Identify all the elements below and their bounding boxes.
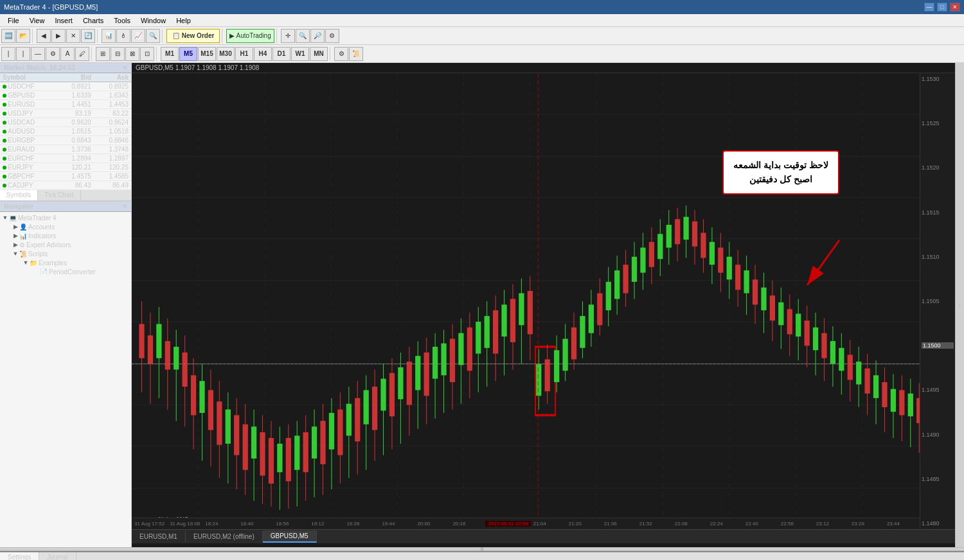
- chart-tab-gbpusd-m5[interactable]: GBPUSD,M5: [263, 530, 317, 543]
- period-mn[interactable]: MN: [310, 47, 328, 61]
- market-watch-row[interactable]: EURGBP 0.8843 0.8846: [0, 136, 131, 145]
- nav-examples[interactable]: ▼ 📁 Examples: [22, 258, 130, 267]
- period-m5[interactable]: M5: [179, 47, 197, 61]
- chart-tab-eurusd-m1[interactable]: EURUSD,M1: [132, 531, 186, 542]
- nav-period-converter[interactable]: ▶ 📄 PeriodConverter: [32, 267, 130, 276]
- period-d1[interactable]: D1: [272, 47, 290, 61]
- tb-cascade[interactable]: ⊡: [140, 47, 154, 61]
- period-m30[interactable]: M30: [217, 47, 235, 61]
- sym-indicator: [3, 103, 6, 107]
- tb-new[interactable]: 🆕: [1, 29, 15, 43]
- nav-indicators-icon: 📊: [19, 232, 27, 240]
- period-h1[interactable]: H1: [235, 47, 253, 61]
- tb-forward[interactable]: ▶: [51, 29, 66, 43]
- tb-properties[interactable]: ⚙: [325, 29, 339, 43]
- menu-window[interactable]: Window: [136, 15, 171, 26]
- period-m1[interactable]: M1: [161, 47, 179, 61]
- minimize-button[interactable]: —: [924, 3, 934, 12]
- nav-scripts[interactable]: ▼ 📜 Scripts: [12, 249, 130, 258]
- market-watch-row[interactable]: EURCHF 1.2894 1.2897: [0, 154, 131, 163]
- svg-rect-108: [493, 310, 498, 353]
- tb-autotrading[interactable]: ▶ AutoTrading: [226, 29, 274, 43]
- period-m15[interactable]: M15: [198, 47, 216, 61]
- tb-copy-chart[interactable]: ⊞: [96, 47, 110, 61]
- market-watch-row[interactable]: AUDUSD 1.0515 1.0518: [0, 127, 131, 136]
- svg-rect-134: [606, 282, 611, 310]
- tb-chart-candle[interactable]: 🕯: [116, 29, 130, 43]
- nav-root-icon: 💻: [9, 214, 17, 222]
- tb-indicator2[interactable]: |: [16, 47, 30, 61]
- mw-bid: 1.4575: [57, 172, 94, 181]
- nav-indicators[interactable]: ▶ 📊 Indicators: [12, 231, 130, 240]
- tab-settings[interactable]: Settings: [0, 552, 39, 560]
- navigator-header: Navigator ✕: [0, 202, 131, 212]
- menu-view[interactable]: View: [24, 15, 50, 26]
- svg-rect-53: [260, 432, 265, 475]
- tb-zoom-in2[interactable]: 🔍: [296, 29, 310, 43]
- market-watch-row[interactable]: EURUSD 1.4451 1.4453: [0, 100, 131, 109]
- tb-chart-line[interactable]: 📈: [131, 29, 145, 43]
- tb-zoom-out[interactable]: 🔎: [310, 29, 325, 43]
- market-watch-row[interactable]: USDCHF 0.8921 0.8925: [0, 82, 131, 91]
- nav-expert-advisors[interactable]: ▶ ⚙ Expert Advisors: [12, 240, 130, 249]
- nav-accounts[interactable]: ▶ 👤 Accounts: [12, 222, 130, 231]
- market-watch-row[interactable]: GBPUSD 1.6339 1.6342: [0, 91, 131, 100]
- tb-chart-zoom-in[interactable]: 🔍: [146, 29, 160, 43]
- svg-rect-198: [882, 382, 887, 407]
- chart-header: GBPUSD,M5 1.1907 1.1908 1.1907 1.1908: [132, 63, 955, 73]
- menu-charts[interactable]: Charts: [78, 15, 109, 26]
- mw-bid: 1.4451: [57, 100, 94, 109]
- tb-indicator4[interactable]: ⚙: [46, 47, 60, 61]
- market-watch-row[interactable]: EURAUD 1.3736 1.3748: [0, 145, 131, 154]
- tab-tick-chart[interactable]: Tick Chart: [38, 190, 80, 200]
- market-watch-row[interactable]: USDJPY 83.19 83.22: [0, 109, 131, 118]
- tb-indicator3[interactable]: —: [31, 47, 45, 61]
- market-watch-row[interactable]: GBPCHF 1.4575 1.4585: [0, 172, 131, 181]
- window-controls: — □ ✕: [924, 3, 960, 12]
- market-watch-body: USDCHF 0.8921 0.8925 GBPUSD 1.6339 1.634…: [0, 82, 131, 190]
- svg-rect-99: [458, 333, 463, 365]
- tb-indicator1[interactable]: |: [1, 47, 15, 61]
- period-w1[interactable]: W1: [291, 47, 309, 61]
- tb-indicator6[interactable]: 🖊: [75, 47, 89, 61]
- tb-chart-bar[interactable]: 📊: [102, 29, 116, 43]
- nav-expand-root[interactable]: ▼: [1, 214, 9, 222]
- right-side-tab[interactable]: ▶: [956, 300, 964, 311]
- svg-rect-178: [796, 314, 801, 337]
- tb-tile-h[interactable]: ⊟: [111, 47, 125, 61]
- maximize-button[interactable]: □: [937, 3, 947, 12]
- market-watch-row[interactable]: EURJPY 120.21 120.25: [0, 163, 131, 172]
- nav-expand-scripts[interactable]: ▼: [12, 250, 19, 258]
- tb-open[interactable]: 📂: [16, 29, 30, 43]
- tab-journal[interactable]: Journal: [39, 552, 76, 560]
- market-watch-row[interactable]: CADJPY 86.43 86.49: [0, 181, 131, 190]
- col-ask: Ask: [94, 73, 131, 82]
- tb-scripts[interactable]: 📜: [349, 47, 363, 61]
- nav-root[interactable]: ▼ 💻 MetaTrader 4: [1, 213, 130, 222]
- tb-indicator5[interactable]: A: [60, 47, 75, 61]
- market-watch-row[interactable]: USDCAD 0.9620 0.9624: [0, 118, 131, 127]
- tab-symbols[interactable]: Symbols: [0, 190, 38, 200]
- tb-experts[interactable]: ⚙: [334, 47, 348, 61]
- tb-new-order[interactable]: 📋 New Order: [166, 29, 220, 43]
- nav-expand-experts[interactable]: ▶: [12, 241, 19, 249]
- svg-rect-144: [649, 242, 654, 267]
- tb-refresh[interactable]: 🔄: [81, 29, 95, 43]
- tb-stop[interactable]: ✕: [66, 29, 80, 43]
- menu-insert[interactable]: Insert: [49, 15, 78, 26]
- chart-canvas[interactable]: 1.1500 31 Aug 2017 لاحظ توقيت بداية الشم…: [132, 73, 955, 529]
- tb-back[interactable]: ◀: [37, 29, 51, 43]
- tb-tile-v[interactable]: ⊠: [125, 47, 139, 61]
- menu-file[interactable]: File: [3, 15, 24, 26]
- nav-expand-examples[interactable]: ▼: [22, 259, 30, 267]
- close-button[interactable]: ✕: [950, 3, 960, 12]
- nav-expand-accounts[interactable]: ▶: [12, 223, 19, 231]
- menu-tools[interactable]: Tools: [109, 15, 136, 26]
- period-h4[interactable]: H4: [254, 47, 272, 61]
- tb-crosshair[interactable]: ✛: [281, 29, 295, 43]
- chart-tab-eurusd-m2[interactable]: EURUSD,M2 (offline): [186, 531, 263, 542]
- menu-help[interactable]: Help: [171, 15, 196, 26]
- nav-expand-indicators[interactable]: ▶: [12, 232, 19, 240]
- navigator-tree: ▼ 💻 MetaTrader 4 ▶ 👤 Accounts ▶ 📊 In: [0, 212, 131, 543]
- svg-rect-148: [666, 225, 672, 248]
